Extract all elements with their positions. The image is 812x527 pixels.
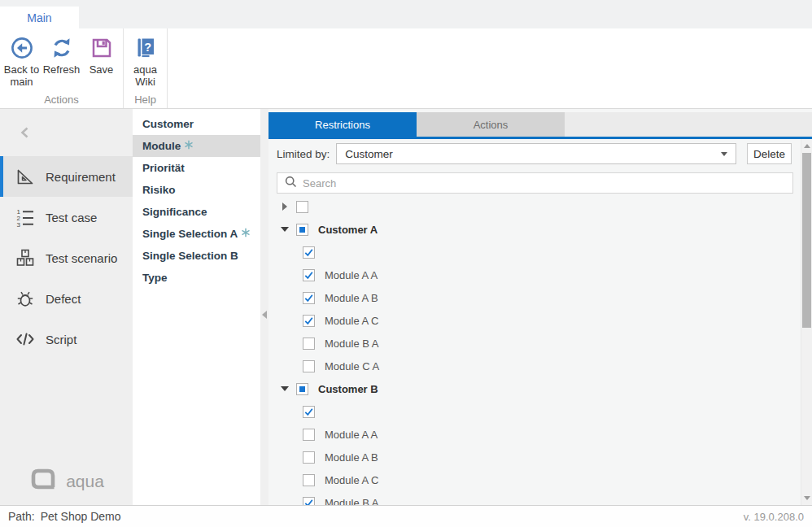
expander-collapse-icon[interactable] [281,224,290,234]
tree-row-module-a-c[interactable]: Module A C [277,468,793,491]
refresh-icon [50,35,74,61]
field-item-type[interactable]: Type [133,267,260,289]
tree-row-module-a-b[interactable]: Module A B [277,446,793,468]
tree-item-label[interactable]: Module A B [325,292,378,304]
expander-expand-icon[interactable] [281,202,290,211]
search-box[interactable] [277,172,793,194]
ribbon-tab-main[interactable]: Main [0,7,79,28]
sidebar-item-defect[interactable]: Defect [0,278,133,319]
sidebar-item-test-scenario[interactable]: Test scenario [0,237,133,278]
tree-item-label[interactable]: Module A C [325,315,379,327]
tree-row[interactable] [277,195,793,218]
field-item-single-selection-a[interactable]: Single Selection A [133,223,260,245]
limited-by-label: Limited by: [277,148,330,160]
script-icon [15,329,36,350]
limited-by-value: Customer [345,148,393,160]
tree-item-label[interactable]: Module A C [325,474,379,486]
delete-button[interactable]: Delete [747,143,792,164]
tree-checkbox-unchecked[interactable] [303,338,315,350]
tree-item-label[interactable]: Customer B [318,383,378,395]
tree-item-label[interactable]: Customer A [318,224,378,236]
chevron-down-icon[interactable] [721,152,727,156]
status-path-label: Path: [8,510,35,523]
tree-row-module-b-a[interactable]: Module B A [277,491,793,505]
tree-checkbox-checked[interactable] [303,269,315,281]
ribbon-button-aqua-wiki[interactable]: ?aqua Wiki [125,33,165,94]
tree-item-label[interactable]: Module A A [325,429,378,441]
tree-checkbox-unchecked[interactable] [303,429,315,441]
field-item-customer[interactable]: Customer [133,113,260,135]
defect-icon [15,288,36,309]
ribbon-group-actions: Back to mainRefreshSaveActions [0,28,124,108]
active-tab-underline [268,137,812,139]
sidebar-item-label: Test scenario [46,251,117,265]
sidebar-nav: Requirement123Test caseTest scenarioDefe… [0,156,133,359]
requirement-icon [15,166,36,187]
sidebar-item-script[interactable]: Script [0,319,133,359]
tab-restrictions[interactable]: Restrictions [268,112,417,137]
limited-by-row: Limited by: Customer Delete [277,143,792,164]
status-path: Path:Pet Shop Demo [8,510,121,523]
tree-checkbox-checked[interactable] [303,315,315,327]
collapse-splitter-icon[interactable] [262,311,267,319]
field-item-label: Significance [142,206,207,218]
ribbon-button-refresh[interactable]: Refresh [41,33,81,94]
sidebar-collapse-button[interactable] [15,124,36,145]
tree-checkbox-checked[interactable] [303,246,315,259]
ribbon-button-label: Back to main [2,63,41,88]
aqua-logo-text: aqua [66,472,104,491]
field-item-single-selection-b[interactable]: Single Selection B [133,245,260,267]
sidebar-item-test-case[interactable]: 123Test case [0,197,133,237]
tree-checkbox-indeterminate[interactable] [296,383,308,395]
field-item-label: Risiko [142,184,176,196]
tree-row[interactable] [277,400,793,423]
tree-row-module-a-b[interactable]: Module A B [277,286,793,309]
sidebar-item-label: Script [46,333,76,346]
tree-row-module-a-a[interactable]: Module A A [277,423,793,446]
field-item-label: Single Selection B [142,250,238,262]
aqua-logo-icon [28,467,59,495]
field-item-significance[interactable]: Significance [133,201,260,223]
scrollbar-thumb[interactable] [802,153,811,328]
splitter[interactable] [260,109,268,505]
tree-checkbox-checked[interactable] [303,292,315,304]
limited-by-dropdown[interactable]: Customer [336,143,736,164]
tree-checkbox-checked[interactable] [303,406,315,418]
tree-item-label[interactable]: Module B A [325,497,379,506]
search-input[interactable] [303,177,785,189]
tree-checkbox-unchecked[interactable] [296,201,308,213]
tree-row-customer-b[interactable]: Customer B [277,377,793,400]
scroll-down-icon[interactable] [804,496,810,500]
field-item-risiko[interactable]: Risiko [133,179,260,201]
tree-item-label[interactable]: Module A A [325,269,378,281]
tab-actions[interactable]: Actions [417,112,565,137]
tree-row-module-b-a[interactable]: Module B A [277,332,793,355]
field-list: CustomerModulePrioritätRisikoSignificanc… [133,109,260,505]
required-asterisk-icon [241,228,251,237]
tree-row-customer-a[interactable]: Customer A [277,218,793,241]
tree-checkbox-unchecked[interactable] [303,474,315,486]
field-item-module[interactable]: Module [133,135,260,157]
tree-checkbox-checked[interactable] [303,497,315,506]
tree-item-label[interactable]: Module C A [325,360,379,372]
sidebar-item-label: Test case [46,211,97,224]
ribbon-button-save[interactable]: Save [81,33,121,94]
tree-row[interactable] [277,241,793,264]
expander-collapse-icon[interactable] [281,384,290,394]
tree-row-module-c-a[interactable]: Module C A [277,355,793,377]
tree-item-label[interactable]: Module B A [325,338,379,350]
tree-checkbox-indeterminate[interactable] [296,224,308,236]
sidebar-item-requirement[interactable]: Requirement [0,156,133,197]
tree-checkbox-unchecked[interactable] [303,360,315,372]
search-icon [285,176,297,191]
tree-row-module-a-a[interactable]: Module A A [277,264,793,286]
ribbon-button-back-to-main[interactable]: Back to main [2,33,41,94]
scroll-up-icon[interactable] [804,144,810,148]
tree-row-module-a-c[interactable]: Module A C [277,309,793,332]
tree-checkbox-unchecked[interactable] [303,451,315,464]
field-item-priorität[interactable]: Priorität [133,157,260,179]
tree-item-label[interactable]: Module A B [325,451,378,464]
scrollbar[interactable] [801,139,812,505]
wiki-icon: ? [133,35,158,61]
status-version: v. 19.0.208.0 [744,511,804,523]
